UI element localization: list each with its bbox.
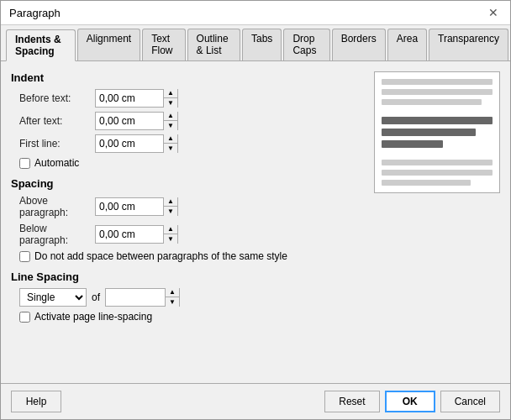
preview-line-2	[382, 89, 493, 95]
help-button[interactable]: Help	[11, 391, 61, 412]
main-panel: Indent Before text: ▲ ▼ After text: ▲	[11, 71, 364, 373]
close-button[interactable]: ✕	[485, 6, 502, 19]
tab-outline-list[interactable]: Outline & List	[187, 29, 240, 60]
tab-text-flow[interactable]: Text Flow	[142, 29, 185, 60]
above-paragraph-spin-buttons: ▲ ▼	[163, 197, 177, 216]
no-space-label: Do not add space between paragraphs of t…	[34, 250, 287, 262]
line-spacing-spin-buttons: ▲ ▼	[165, 288, 179, 307]
activate-line-spacing-row: Activate page line-spacing	[11, 311, 364, 323]
before-text-row: Before text: ▲ ▼	[11, 89, 364, 108]
after-text-input[interactable]	[96, 113, 163, 129]
line-spacing-value-spinner[interactable]: ▲ ▼	[105, 288, 180, 307]
of-label: of	[92, 291, 100, 303]
below-paragraph-spinner[interactable]: ▲ ▼	[95, 225, 178, 244]
after-text-spinner[interactable]: ▲ ▼	[95, 112, 178, 130]
tab-indents-spacing[interactable]: Indents & Spacing	[6, 29, 76, 61]
paragraph-dialog: Paragraph ✕ Indents & Spacing Alignment …	[0, 0, 511, 420]
cancel-button[interactable]: Cancel	[440, 391, 500, 412]
automatic-row: Automatic	[11, 157, 364, 169]
preview-line-9	[382, 180, 471, 186]
tab-area[interactable]: Area	[387, 29, 427, 60]
before-text-spinner[interactable]: ▲ ▼	[95, 89, 178, 108]
line-spacing-section-title: Line Spacing	[11, 270, 364, 283]
after-text-down[interactable]: ▼	[164, 121, 177, 130]
tab-drop-caps[interactable]: Drop Caps	[283, 29, 329, 60]
footer: Help Reset OK Cancel	[1, 383, 510, 419]
above-paragraph-spinner[interactable]: ▲ ▼	[95, 197, 178, 216]
preview-line-8	[382, 170, 493, 176]
below-paragraph-down[interactable]: ▼	[164, 234, 177, 244]
before-text-input[interactable]	[96, 90, 163, 107]
after-text-row: After text: ▲ ▼	[11, 112, 364, 130]
activate-line-spacing-label: Activate page line-spacing	[34, 311, 152, 323]
line-spacing-select[interactable]: Single 1.5 Lines Double At least Leading…	[19, 288, 87, 307]
before-text-label: Before text:	[19, 92, 95, 104]
preview-line-5	[382, 129, 476, 136]
preview-line-4	[382, 117, 493, 124]
below-paragraph-input[interactable]	[96, 226, 163, 243]
tab-bar: Indents & Spacing Alignment Text Flow Ou…	[1, 25, 510, 61]
below-paragraph-label: Below paragraph:	[19, 223, 95, 246]
tab-alignment[interactable]: Alignment	[77, 29, 140, 60]
content-area: Indent Before text: ▲ ▼ After text: ▲	[1, 61, 510, 383]
first-line-up[interactable]: ▲	[164, 134, 177, 144]
automatic-label: Automatic	[34, 157, 79, 169]
tab-tabs[interactable]: Tabs	[242, 29, 282, 60]
first-line-down[interactable]: ▼	[164, 144, 177, 153]
tab-borders[interactable]: Borders	[332, 29, 386, 60]
below-paragraph-row: Below paragraph: ▲ ▼	[11, 223, 364, 246]
before-text-down[interactable]: ▼	[164, 98, 177, 108]
above-paragraph-label: Above paragraph:	[19, 195, 95, 218]
first-line-row: First line: ▲ ▼	[11, 134, 364, 153]
dialog-title: Paragraph	[9, 7, 61, 19]
spacing-section-title: Spacing	[11, 177, 364, 190]
after-text-up[interactable]: ▲	[164, 112, 177, 121]
title-bar: Paragraph ✕	[1, 1, 510, 25]
below-paragraph-up[interactable]: ▲	[164, 225, 177, 234]
line-spacing-value-input[interactable]	[106, 289, 165, 306]
above-paragraph-up[interactable]: ▲	[164, 197, 177, 207]
after-text-spin-buttons: ▲ ▼	[163, 112, 177, 130]
reset-button[interactable]: Reset	[324, 391, 379, 412]
ok-button[interactable]: OK	[385, 391, 435, 412]
preview-line-7	[382, 160, 493, 165]
preview-line-3	[382, 99, 482, 105]
preview-line-6	[382, 140, 443, 148]
above-paragraph-input[interactable]	[96, 198, 163, 215]
line-spacing-down[interactable]: ▼	[166, 297, 179, 307]
before-text-spin-buttons: ▲ ▼	[163, 89, 177, 108]
line-spacing-up[interactable]: ▲	[166, 288, 179, 297]
tab-transparency[interactable]: Transparency	[429, 29, 508, 60]
below-paragraph-spin-buttons: ▲ ▼	[163, 225, 177, 244]
above-paragraph-row: Above paragraph: ▲ ▼	[11, 195, 364, 218]
automatic-checkbox[interactable]	[19, 158, 30, 169]
before-text-up[interactable]: ▲	[164, 89, 177, 98]
preview-panel	[374, 71, 500, 193]
first-line-spin-buttons: ▲ ▼	[163, 134, 177, 153]
preview-line-1	[382, 79, 493, 85]
above-paragraph-down[interactable]: ▼	[164, 207, 177, 216]
first-line-label: First line:	[19, 138, 95, 150]
first-line-input[interactable]	[96, 135, 163, 152]
first-line-spinner[interactable]: ▲ ▼	[95, 134, 178, 153]
indent-section-title: Indent	[11, 71, 364, 84]
after-text-label: After text:	[19, 115, 95, 127]
footer-left: Help	[11, 391, 61, 412]
no-space-row: Do not add space between paragraphs of t…	[11, 250, 364, 262]
activate-line-spacing-checkbox[interactable]	[19, 312, 30, 323]
no-space-checkbox[interactable]	[19, 251, 30, 262]
line-spacing-row: Single 1.5 Lines Double At least Leading…	[11, 288, 364, 307]
footer-right: Reset OK Cancel	[324, 391, 500, 412]
